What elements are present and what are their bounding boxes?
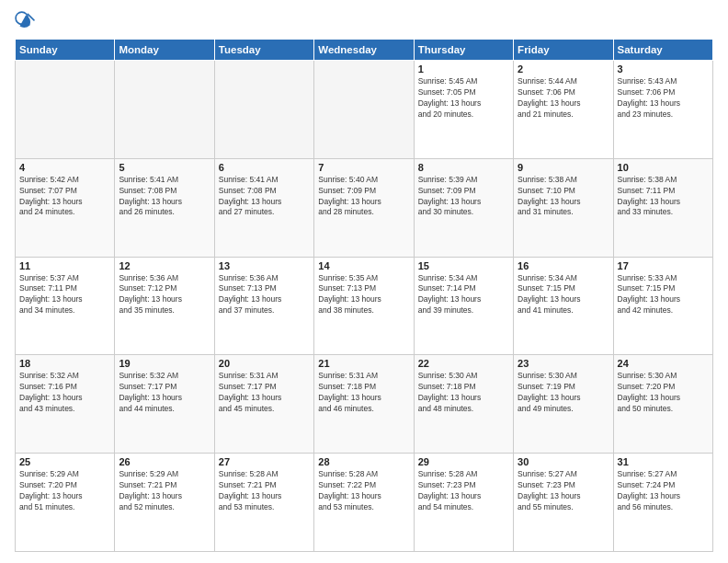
- week-row-1: 4Sunrise: 5:42 AM Sunset: 7:07 PM Daylig…: [16, 158, 713, 257]
- day-header-thursday: Thursday: [414, 40, 513, 61]
- calendar-cell: 1Sunrise: 5:45 AM Sunset: 7:05 PM Daylig…: [414, 61, 513, 159]
- calendar-cell: 11Sunrise: 5:37 AM Sunset: 7:11 PM Dayli…: [16, 257, 115, 355]
- calendar-cell: 24Sunrise: 5:30 AM Sunset: 7:20 PM Dayli…: [613, 355, 712, 454]
- day-info: Sunrise: 5:45 AM Sunset: 7:05 PM Dayligh…: [418, 76, 509, 121]
- day-info: Sunrise: 5:34 AM Sunset: 7:14 PM Dayligh…: [418, 273, 509, 317]
- week-row-0: 1Sunrise: 5:45 AM Sunset: 7:05 PM Daylig…: [16, 61, 713, 159]
- day-number: 9: [518, 162, 609, 173]
- day-info: Sunrise: 5:40 AM Sunset: 7:09 PM Dayligh…: [318, 175, 409, 219]
- day-info: Sunrise: 5:38 AM Sunset: 7:10 PM Dayligh…: [518, 175, 609, 219]
- day-info: Sunrise: 5:42 AM Sunset: 7:07 PM Dayligh…: [19, 175, 110, 219]
- day-header-sunday: Sunday: [16, 40, 115, 61]
- calendar-cell: 8Sunrise: 5:39 AM Sunset: 7:09 PM Daylig…: [414, 158, 513, 257]
- day-info: Sunrise: 5:41 AM Sunset: 7:08 PM Dayligh…: [219, 175, 310, 219]
- calendar-cell: 19Sunrise: 5:32 AM Sunset: 7:17 PM Dayli…: [115, 355, 214, 454]
- day-number: 13: [219, 260, 310, 271]
- day-info: Sunrise: 5:28 AM Sunset: 7:21 PM Dayligh…: [219, 469, 310, 513]
- calendar-cell: 2Sunrise: 5:44 AM Sunset: 7:06 PM Daylig…: [514, 61, 613, 159]
- day-number: 29: [418, 456, 509, 467]
- calendar-cell: 31Sunrise: 5:27 AM Sunset: 7:24 PM Dayli…: [613, 454, 712, 552]
- day-info: Sunrise: 5:36 AM Sunset: 7:13 PM Dayligh…: [219, 273, 310, 317]
- calendar-cell: 7Sunrise: 5:40 AM Sunset: 7:09 PM Daylig…: [314, 158, 414, 257]
- logo: [15, 11, 39, 31]
- calendar-cell: [214, 61, 313, 159]
- day-number: 4: [19, 162, 110, 173]
- day-header-tuesday: Tuesday: [214, 40, 313, 61]
- day-header-wednesday: Wednesday: [314, 40, 414, 61]
- day-info: Sunrise: 5:30 AM Sunset: 7:18 PM Dayligh…: [418, 371, 509, 415]
- day-info: Sunrise: 5:30 AM Sunset: 7:20 PM Dayligh…: [618, 371, 709, 415]
- day-number: 21: [318, 358, 409, 369]
- calendar-cell: 14Sunrise: 5:35 AM Sunset: 7:13 PM Dayli…: [314, 257, 414, 355]
- header: [15, 11, 713, 31]
- day-number: 27: [219, 456, 310, 467]
- day-info: Sunrise: 5:41 AM Sunset: 7:08 PM Dayligh…: [119, 175, 210, 219]
- day-info: Sunrise: 5:36 AM Sunset: 7:12 PM Dayligh…: [119, 273, 210, 317]
- day-number: 25: [19, 456, 110, 467]
- day-info: Sunrise: 5:39 AM Sunset: 7:09 PM Dayligh…: [418, 175, 509, 219]
- day-number: 14: [318, 260, 409, 271]
- day-number: 7: [318, 162, 409, 173]
- day-info: Sunrise: 5:38 AM Sunset: 7:11 PM Dayligh…: [618, 175, 709, 219]
- day-info: Sunrise: 5:29 AM Sunset: 7:20 PM Dayligh…: [19, 469, 110, 513]
- day-number: 20: [219, 358, 310, 369]
- day-info: Sunrise: 5:32 AM Sunset: 7:16 PM Dayligh…: [19, 371, 110, 415]
- day-number: 11: [19, 260, 110, 271]
- day-info: Sunrise: 5:30 AM Sunset: 7:19 PM Dayligh…: [518, 371, 609, 415]
- day-info: Sunrise: 5:27 AM Sunset: 7:23 PM Dayligh…: [518, 469, 609, 513]
- calendar-cell: 20Sunrise: 5:31 AM Sunset: 7:17 PM Dayli…: [214, 355, 313, 454]
- calendar-cell: 12Sunrise: 5:36 AM Sunset: 7:12 PM Dayli…: [115, 257, 214, 355]
- day-number: 18: [19, 358, 110, 369]
- calendar-cell: 21Sunrise: 5:31 AM Sunset: 7:18 PM Dayli…: [314, 355, 414, 454]
- day-info: Sunrise: 5:31 AM Sunset: 7:17 PM Dayligh…: [219, 371, 310, 415]
- calendar-cell: 26Sunrise: 5:29 AM Sunset: 7:21 PM Dayli…: [115, 454, 214, 552]
- calendar-cell: 23Sunrise: 5:30 AM Sunset: 7:19 PM Dayli…: [514, 355, 613, 454]
- calendar-cell: 22Sunrise: 5:30 AM Sunset: 7:18 PM Dayli…: [414, 355, 513, 454]
- calendar-cell: 16Sunrise: 5:34 AM Sunset: 7:15 PM Dayli…: [514, 257, 613, 355]
- day-number: 5: [119, 162, 210, 173]
- calendar-cell: 10Sunrise: 5:38 AM Sunset: 7:11 PM Dayli…: [613, 158, 712, 257]
- day-header-saturday: Saturday: [613, 40, 712, 61]
- day-info: Sunrise: 5:31 AM Sunset: 7:18 PM Dayligh…: [318, 371, 409, 415]
- calendar-cell: 13Sunrise: 5:36 AM Sunset: 7:13 PM Dayli…: [214, 257, 313, 355]
- calendar-header-row: SundayMondayTuesdayWednesdayThursdayFrid…: [16, 40, 713, 61]
- calendar-cell: 3Sunrise: 5:43 AM Sunset: 7:06 PM Daylig…: [613, 61, 712, 159]
- calendar-cell: 27Sunrise: 5:28 AM Sunset: 7:21 PM Dayli…: [214, 454, 313, 552]
- day-number: 30: [518, 456, 609, 467]
- calendar-cell: 25Sunrise: 5:29 AM Sunset: 7:20 PM Dayli…: [16, 454, 115, 552]
- day-number: 26: [119, 456, 210, 467]
- week-row-4: 25Sunrise: 5:29 AM Sunset: 7:20 PM Dayli…: [16, 454, 713, 552]
- calendar-cell: 28Sunrise: 5:28 AM Sunset: 7:22 PM Dayli…: [314, 454, 414, 552]
- day-number: 22: [418, 358, 509, 369]
- calendar-cell: [115, 61, 214, 159]
- week-row-2: 11Sunrise: 5:37 AM Sunset: 7:11 PM Dayli…: [16, 257, 713, 355]
- calendar-cell: [16, 61, 115, 159]
- day-info: Sunrise: 5:44 AM Sunset: 7:06 PM Dayligh…: [518, 76, 609, 121]
- day-info: Sunrise: 5:43 AM Sunset: 7:06 PM Dayligh…: [618, 76, 709, 121]
- calendar-cell: 18Sunrise: 5:32 AM Sunset: 7:16 PM Dayli…: [16, 355, 115, 454]
- day-number: 31: [618, 456, 709, 467]
- day-info: Sunrise: 5:37 AM Sunset: 7:11 PM Dayligh…: [19, 273, 110, 317]
- logo-icon: [15, 11, 35, 31]
- calendar-cell: 4Sunrise: 5:42 AM Sunset: 7:07 PM Daylig…: [16, 158, 115, 257]
- day-info: Sunrise: 5:28 AM Sunset: 7:22 PM Dayligh…: [318, 469, 409, 513]
- day-info: Sunrise: 5:28 AM Sunset: 7:23 PM Dayligh…: [418, 469, 509, 513]
- day-number: 8: [418, 162, 509, 173]
- day-info: Sunrise: 5:33 AM Sunset: 7:15 PM Dayligh…: [618, 273, 709, 317]
- day-info: Sunrise: 5:34 AM Sunset: 7:15 PM Dayligh…: [518, 273, 609, 317]
- day-number: 16: [518, 260, 609, 271]
- day-info: Sunrise: 5:29 AM Sunset: 7:21 PM Dayligh…: [119, 469, 210, 513]
- day-number: 3: [618, 63, 709, 75]
- day-number: 10: [618, 162, 709, 173]
- day-info: Sunrise: 5:32 AM Sunset: 7:17 PM Dayligh…: [119, 371, 210, 415]
- day-info: Sunrise: 5:27 AM Sunset: 7:24 PM Dayligh…: [618, 469, 709, 513]
- calendar-cell: 6Sunrise: 5:41 AM Sunset: 7:08 PM Daylig…: [214, 158, 313, 257]
- week-row-3: 18Sunrise: 5:32 AM Sunset: 7:16 PM Dayli…: [16, 355, 713, 454]
- page: SundayMondayTuesdayWednesdayThursdayFrid…: [0, 0, 728, 563]
- day-number: 17: [618, 260, 709, 271]
- day-number: 2: [518, 63, 609, 75]
- day-number: 23: [518, 358, 609, 369]
- day-number: 6: [219, 162, 310, 173]
- calendar-cell: 5Sunrise: 5:41 AM Sunset: 7:08 PM Daylig…: [115, 158, 214, 257]
- calendar-cell: [314, 61, 414, 159]
